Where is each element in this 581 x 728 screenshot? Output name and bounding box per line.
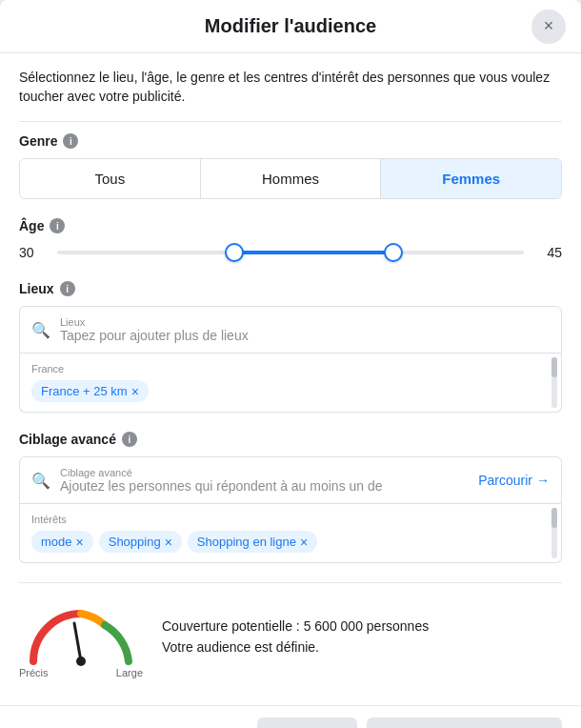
- tag-remove-icon[interactable]: ×: [131, 385, 139, 398]
- tag-remove-shopping[interactable]: ×: [165, 536, 172, 549]
- enregistrer-button[interactable]: Enregistrer l'audience: [367, 718, 562, 728]
- coverage-text: Couverture potentielle : 5 600 000 perso…: [162, 618, 562, 634]
- tag-label: mode: [41, 535, 72, 549]
- gauge-section: Précis Large Couverture potentielle : 5 …: [19, 582, 562, 690]
- modal-container: Modifier l'audience × Sélectionnez le li…: [0, 0, 581, 728]
- ciblage-search-label: Ciblage avancé: [60, 467, 383, 478]
- divider-genre: [19, 121, 562, 122]
- interets-box: Intérêts mode × Shopping × Shopping en l…: [19, 504, 562, 563]
- age-label-text: Âge: [19, 218, 44, 233]
- slider-track: [57, 251, 524, 254]
- tag-remove-mode[interactable]: ×: [76, 536, 84, 549]
- gender-btn-hommes[interactable]: Hommes: [201, 159, 382, 198]
- lieux-label-text: Lieux: [19, 281, 54, 296]
- slider-fill: [234, 251, 393, 254]
- ciblage-label-text: Ciblage avancé: [19, 432, 116, 447]
- tag-shopping-en-ligne: Shopping en ligne ×: [188, 531, 317, 553]
- ciblage-search-content: Ciblage avancé Ajoutez les personnes qui…: [60, 467, 383, 494]
- close-button[interactable]: ×: [531, 10, 566, 44]
- age-max: 45: [533, 245, 562, 260]
- age-info-icon[interactable]: i: [50, 218, 65, 233]
- scrollbar-thumb: [551, 357, 557, 377]
- gauge-label-large: Large: [116, 667, 143, 678]
- lieux-search-label: Lieux: [60, 316, 249, 328]
- svg-line-0: [74, 623, 81, 661]
- arrow-icon: →: [536, 473, 550, 488]
- tag-label: Shopping: [109, 535, 161, 549]
- description-text: Sélectionnez le lieu, l'âge, le genre et…: [19, 69, 562, 106]
- ciblage-search-icon: 🔍: [31, 472, 50, 490]
- gender-btn-tous[interactable]: Tous: [20, 159, 201, 198]
- gauge-label-precis: Précis: [19, 667, 49, 678]
- slider-thumb-left[interactable]: [225, 243, 244, 262]
- tag-shopping: Shopping ×: [99, 531, 182, 553]
- slider-thumb-right[interactable]: [384, 243, 403, 262]
- ciblage-section-label: Ciblage avancé i: [19, 432, 562, 447]
- gender-group: Tous Hommes Femmes: [19, 158, 562, 199]
- gauge-svg: [19, 595, 143, 671]
- lieux-search-placeholder: Tapez pour ajouter plus de lieux: [60, 328, 249, 343]
- genre-label-text: Genre: [19, 133, 57, 149]
- tag-remove-shopping-en-ligne[interactable]: ×: [300, 536, 308, 549]
- tag-label: Shopping en ligne: [197, 535, 296, 549]
- lieux-section: Lieux i 🔍 Lieux Tapez pour ajouter plus …: [19, 281, 562, 413]
- svg-point-1: [76, 657, 86, 666]
- lieux-info-icon[interactable]: i: [60, 281, 75, 296]
- modal-title: Modifier l'audience: [205, 15, 376, 37]
- age-section: Âge i 30 45: [19, 218, 562, 262]
- ciblage-info-icon[interactable]: i: [122, 432, 137, 447]
- modal-body: Sélectionnez le lieu, l'âge, le genre et…: [0, 53, 581, 705]
- scrollbar-hint: [551, 357, 557, 408]
- ciblage-search-placeholder: Ajoutez les personnes qui répondent à au…: [60, 478, 383, 494]
- lieux-tag-france: France + 25 km ×: [31, 380, 149, 402]
- annuler-button[interactable]: Annuler: [257, 718, 357, 728]
- ciblage-scrollbar-thumb: [551, 508, 557, 528]
- gauge-labels: Précis Large: [19, 667, 143, 678]
- ciblage-scrollbar-hint: [551, 508, 557, 558]
- tag-label: France + 25 km: [41, 384, 128, 398]
- age-min: 30: [19, 245, 48, 260]
- ciblage-section: Ciblage avancé i 🔍 Ciblage avancé Ajoute…: [19, 432, 562, 563]
- age-section-label: Âge i: [19, 218, 562, 233]
- ciblage-tags-list: mode × Shopping × Shopping en ligne ×: [31, 531, 550, 553]
- ciblage-search-box[interactable]: 🔍 Ciblage avancé Ajoutez les personnes q…: [19, 456, 562, 504]
- gauge-wrapper: Précis Large: [19, 595, 143, 678]
- modal-footer: Annuler Enregistrer l'audience: [0, 705, 581, 728]
- lieux-section-label: Lieux i: [19, 281, 562, 296]
- interets-label: Intérêts: [31, 514, 550, 525]
- lieux-tags-list: France + 25 km ×: [31, 380, 550, 402]
- age-slider[interactable]: [57, 243, 524, 262]
- lieux-tags-box: France France + 25 km ×: [19, 354, 562, 413]
- modal-header: Modifier l'audience ×: [0, 0, 581, 53]
- parcourir-button[interactable]: Parcourir →: [478, 473, 550, 488]
- genre-info-icon[interactable]: i: [63, 133, 78, 149]
- search-content: Lieux Tapez pour ajouter plus de lieux: [60, 316, 249, 343]
- coverage-info: Couverture potentielle : 5 600 000 perso…: [162, 618, 562, 655]
- genre-section-label: Genre i: [19, 133, 562, 149]
- age-values: 30 45: [19, 243, 562, 262]
- gender-btn-femmes[interactable]: Femmes: [381, 159, 561, 198]
- tag-mode: mode ×: [31, 531, 93, 553]
- audience-defined: Votre audience est définie.: [162, 639, 562, 655]
- lieux-tags-label: France: [31, 363, 550, 374]
- lieux-search-box[interactable]: 🔍 Lieux Tapez pour ajouter plus de lieux: [19, 306, 562, 354]
- search-icon: 🔍: [31, 321, 50, 339]
